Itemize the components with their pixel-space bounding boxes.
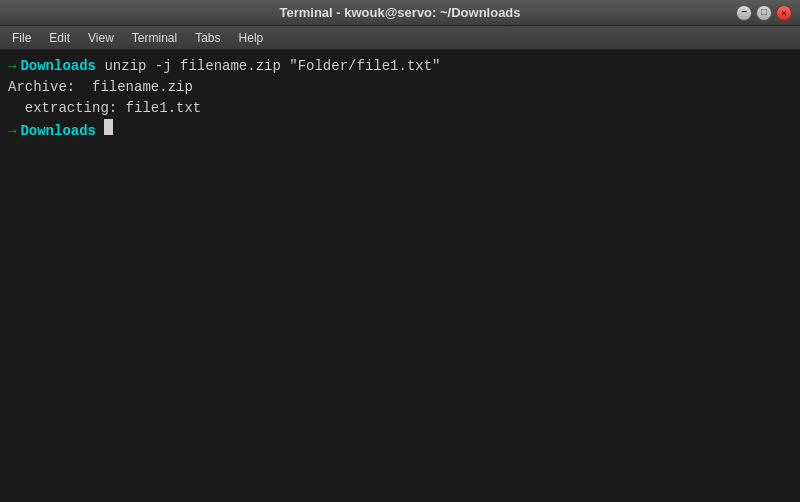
terminal-cursor bbox=[104, 119, 113, 135]
maximize-button[interactable]: □ bbox=[756, 5, 772, 21]
window-controls: − □ ✕ bbox=[736, 5, 792, 21]
prompt-arrow-2: → bbox=[8, 121, 16, 142]
menu-tabs[interactable]: Tabs bbox=[187, 29, 228, 47]
close-button[interactable]: ✕ bbox=[776, 5, 792, 21]
title-bar: Terminal - kwouk@servo: ~/Downloads − □ … bbox=[0, 0, 800, 26]
terminal-line-1: → Downloads unzip -j filename.zip "Folde… bbox=[8, 56, 792, 77]
minimize-button[interactable]: − bbox=[736, 5, 752, 21]
menu-edit[interactable]: Edit bbox=[41, 29, 78, 47]
terminal-output-archive: Archive: filename.zip bbox=[8, 77, 792, 98]
prompt-arrow-1: → bbox=[8, 56, 16, 77]
close-icon: ✕ bbox=[781, 7, 787, 19]
menu-help[interactable]: Help bbox=[231, 29, 272, 47]
maximize-icon: □ bbox=[761, 7, 767, 18]
terminal-body[interactable]: → Downloads unzip -j filename.zip "Folde… bbox=[0, 50, 800, 502]
terminal-line-4: → Downloads bbox=[8, 119, 792, 142]
prompt-command-2 bbox=[96, 121, 104, 142]
prompt-command-1: unzip -j filename.zip "Folder/file1.txt" bbox=[96, 56, 440, 77]
menu-file[interactable]: File bbox=[4, 29, 39, 47]
menu-bar: File Edit View Terminal Tabs Help bbox=[0, 26, 800, 50]
menu-terminal[interactable]: Terminal bbox=[124, 29, 185, 47]
menu-view[interactable]: View bbox=[80, 29, 122, 47]
prompt-dir-1: Downloads bbox=[20, 56, 96, 77]
window-title: Terminal - kwouk@servo: ~/Downloads bbox=[279, 5, 520, 20]
terminal-output-extracting: extracting: file1.txt bbox=[8, 98, 792, 119]
minimize-icon: − bbox=[741, 7, 747, 18]
prompt-dir-2: Downloads bbox=[20, 121, 96, 142]
